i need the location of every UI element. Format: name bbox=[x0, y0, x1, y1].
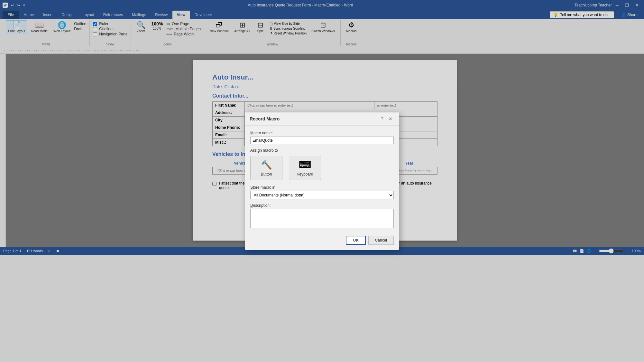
description-label: Description: bbox=[250, 203, 394, 208]
dialog-footer: OK Cancel bbox=[250, 233, 394, 245]
description-textarea[interactable] bbox=[250, 209, 394, 228]
store-macro-select[interactable]: All Documents (Normal.dotm) This Documen… bbox=[250, 191, 394, 199]
cancel-button[interactable]: Cancel bbox=[368, 236, 394, 245]
keyboard-assign-icon: ⌨ bbox=[299, 159, 311, 170]
assign-macro-section: Assign macro to 🔨 Button ⌨ Keyboard bbox=[250, 148, 394, 180]
ok-button[interactable]: OK bbox=[346, 236, 365, 245]
button-assign-label: Button bbox=[261, 172, 272, 176]
dialog-help-button[interactable]: ? bbox=[379, 116, 385, 122]
dialog-body: Macro name: Assign macro to 🔨 Button ⌨ K… bbox=[245, 126, 399, 250]
assign-macro-label: Assign macro to bbox=[250, 148, 394, 153]
button-assign-button[interactable]: 🔨 Button bbox=[250, 156, 282, 180]
store-macro-field: Store macro in: All Documents (Normal.do… bbox=[250, 185, 394, 199]
keyboard-assign-label: Keyboard bbox=[297, 172, 313, 176]
macro-name-input[interactable] bbox=[250, 137, 394, 144]
description-field: Description: bbox=[250, 203, 394, 229]
dialog-overlay: Record Macro ? ✕ Macro name: Assign macr… bbox=[0, 0, 644, 255]
dialog-title-bar: Record Macro ? ✕ bbox=[245, 112, 399, 126]
dialog-close-button[interactable]: ✕ bbox=[387, 116, 394, 122]
macro-name-label: Macro name: bbox=[250, 131, 394, 135]
keyboard-assign-button[interactable]: ⌨ Keyboard bbox=[289, 156, 321, 180]
button-assign-icon: 🔨 bbox=[261, 159, 272, 170]
macro-name-field: Macro name: bbox=[250, 131, 394, 144]
store-macro-label: Store macro in: bbox=[250, 185, 394, 190]
dialog-title: Record Macro bbox=[250, 116, 280, 121]
record-macro-dialog: Record Macro ? ✕ Macro name: Assign macr… bbox=[245, 112, 399, 250]
assign-buttons-area: 🔨 Button ⌨ Keyboard bbox=[250, 156, 394, 180]
dialog-title-buttons: ? ✕ bbox=[379, 116, 394, 122]
